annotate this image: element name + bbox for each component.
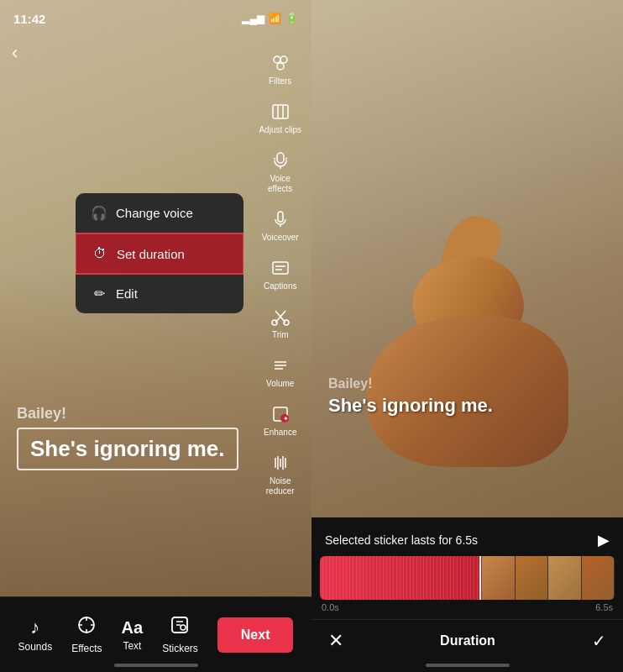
change-voice-label: Change voice bbox=[116, 206, 193, 220]
noise-reducer-icon bbox=[269, 451, 292, 475]
svg-point-2 bbox=[277, 63, 284, 70]
video-preview-right: Bailey! She's ignoring me. bbox=[312, 0, 623, 517]
wifi-icon: 📶 bbox=[269, 13, 281, 24]
edit-icon: ✏ bbox=[91, 286, 107, 302]
bottom-bar: ♪ Sounds Effects Aa Text Stickers Next bbox=[0, 596, 312, 672]
noise-reducer-label: Noisereducer bbox=[266, 476, 295, 496]
right-panel: Bailey! She's ignoring me. Selected stic… bbox=[312, 0, 623, 672]
svg-point-14 bbox=[272, 320, 277, 325]
status-bar: 11:42 ▂▄▆ 📶 🔋 bbox=[0, 0, 312, 37]
trim-icon bbox=[269, 305, 292, 328]
effects-icon bbox=[76, 615, 97, 640]
sounds-icon: ♪ bbox=[30, 617, 39, 638]
timeline-cursor[interactable] bbox=[479, 556, 481, 600]
captions-label: Captions bbox=[264, 281, 296, 291]
voice-effects-label: Voiceeffects bbox=[268, 174, 292, 194]
context-change-voice[interactable]: 🎧 Change voice bbox=[76, 193, 243, 234]
timeline-waveform bbox=[320, 556, 482, 600]
text-label: Text bbox=[123, 640, 141, 652]
status-icons: ▂▄▆ 📶 🔋 bbox=[242, 13, 298, 24]
overlay-caption: She's ignoring me. bbox=[30, 436, 225, 461]
svg-point-1 bbox=[280, 56, 287, 63]
timeline-area: 0.0s 6.5s bbox=[312, 556, 623, 619]
timeline-frame-4 bbox=[582, 556, 615, 600]
adjust-clips-icon bbox=[269, 100, 292, 123]
enhance-icon: ✦ bbox=[269, 402, 292, 426]
effects-label: Effects bbox=[71, 643, 102, 654]
timeline-track[interactable] bbox=[320, 556, 615, 600]
svg-rect-11 bbox=[273, 262, 288, 274]
sticker-info-row: Selected sticker lasts for 6.5s ▶ bbox=[312, 526, 623, 556]
battery-icon: 🔋 bbox=[285, 13, 298, 24]
svg-point-0 bbox=[274, 56, 280, 63]
toolbar-enhance[interactable]: ✦ Enhance bbox=[260, 397, 300, 443]
timeline-frame-2 bbox=[516, 556, 548, 600]
timeline-frames bbox=[482, 556, 615, 600]
timeline-end-label: 6.5s bbox=[595, 602, 613, 612]
text-icon: Aa bbox=[122, 618, 144, 638]
svg-line-8 bbox=[274, 158, 275, 160]
right-bottom-controls: Selected sticker lasts for 6.5s ▶ 0.0s 6… bbox=[312, 517, 623, 672]
left-panel: 11:42 ▂▄▆ 📶 🔋 ‹ Bailey! She's ignoring m… bbox=[0, 0, 312, 672]
edit-label: Edit bbox=[116, 286, 138, 301]
set-duration-label: Set duration bbox=[117, 247, 185, 261]
stickers-tab[interactable]: Stickers bbox=[162, 615, 198, 654]
svg-rect-3 bbox=[273, 105, 288, 118]
play-button[interactable]: ▶ bbox=[598, 531, 610, 549]
action-bar: ✕ Duration ✓ bbox=[312, 619, 623, 664]
sticker-info-text: Selected sticker lasts for 6.5s bbox=[325, 533, 478, 547]
effects-tab[interactable]: Effects bbox=[71, 615, 102, 654]
text-tab[interactable]: Aa Text bbox=[122, 618, 144, 652]
sounds-label: Sounds bbox=[18, 641, 52, 653]
toolbar-trim[interactable]: Trim bbox=[265, 300, 296, 345]
sounds-tab[interactable]: ♪ Sounds bbox=[18, 617, 52, 653]
toolbar-filters[interactable]: Filters bbox=[265, 46, 296, 92]
toolbar-adjust-clips[interactable]: Adjust clips bbox=[255, 95, 305, 140]
home-indicator-left bbox=[114, 664, 198, 667]
toolbar-noise-reducer[interactable]: Noisereducer bbox=[263, 446, 298, 501]
status-time: 11:42 bbox=[13, 12, 45, 26]
adjust-clips-label: Adjust clips bbox=[259, 125, 301, 135]
context-set-duration[interactable]: ⏱ Set duration bbox=[76, 233, 243, 275]
right-name: Bailey! bbox=[328, 376, 493, 391]
toolbar-voice-effects[interactable]: Voiceeffects bbox=[264, 144, 296, 199]
stickers-label: Stickers bbox=[162, 643, 198, 654]
confirm-button[interactable]: ✓ bbox=[592, 631, 606, 651]
filters-icon bbox=[269, 51, 292, 75]
overlay-text-box[interactable]: She's ignoring me. bbox=[17, 428, 238, 470]
right-text-overlay: Bailey! She's ignoring me. bbox=[328, 376, 493, 417]
svg-line-9 bbox=[285, 158, 287, 160]
svg-point-29 bbox=[181, 625, 186, 630]
timeline-selected-segment bbox=[320, 556, 482, 600]
right-toolbar: Filters Adjust clips Voiceeffects Voiceo… bbox=[255, 46, 305, 501]
timeline-frame-1 bbox=[482, 556, 515, 600]
toolbar-captions[interactable]: Captions bbox=[260, 251, 300, 297]
signal-icon: ▂▄▆ bbox=[242, 13, 264, 24]
timeline-frame-3 bbox=[548, 556, 581, 600]
filters-label: Filters bbox=[269, 76, 291, 87]
voiceover-icon bbox=[269, 207, 292, 231]
stickers-icon bbox=[170, 615, 190, 640]
timeline-start-label: 0.0s bbox=[322, 602, 339, 612]
duration-title: Duration bbox=[440, 633, 495, 648]
close-button[interactable]: ✕ bbox=[328, 630, 343, 652]
next-button[interactable]: Next bbox=[217, 617, 294, 653]
right-caption: She's ignoring me. bbox=[328, 395, 493, 417]
trim-label: Trim bbox=[272, 330, 289, 340]
back-button[interactable]: ‹ bbox=[12, 42, 18, 64]
toolbar-volume[interactable]: Volume bbox=[263, 349, 297, 394]
volume-label: Volume bbox=[266, 379, 294, 389]
back-arrow-icon: ‹ bbox=[12, 42, 18, 63]
clock-icon: ⏱ bbox=[92, 246, 108, 261]
svg-text:✦: ✦ bbox=[283, 415, 289, 423]
svg-rect-6 bbox=[277, 153, 284, 163]
volume-icon bbox=[269, 354, 292, 377]
voiceover-label: Voiceover bbox=[262, 233, 299, 243]
context-menu: 🎧 Change voice ⏱ Set duration ✏ Edit bbox=[76, 193, 243, 313]
enhance-label: Enhance bbox=[264, 428, 296, 438]
toolbar-voiceover[interactable]: Voiceover bbox=[259, 202, 302, 248]
headphone-icon: 🎧 bbox=[91, 205, 107, 221]
context-edit[interactable]: ✏ Edit bbox=[76, 274, 243, 313]
overlay-name: Bailey! bbox=[17, 405, 238, 423]
voice-effects-icon bbox=[269, 149, 292, 172]
